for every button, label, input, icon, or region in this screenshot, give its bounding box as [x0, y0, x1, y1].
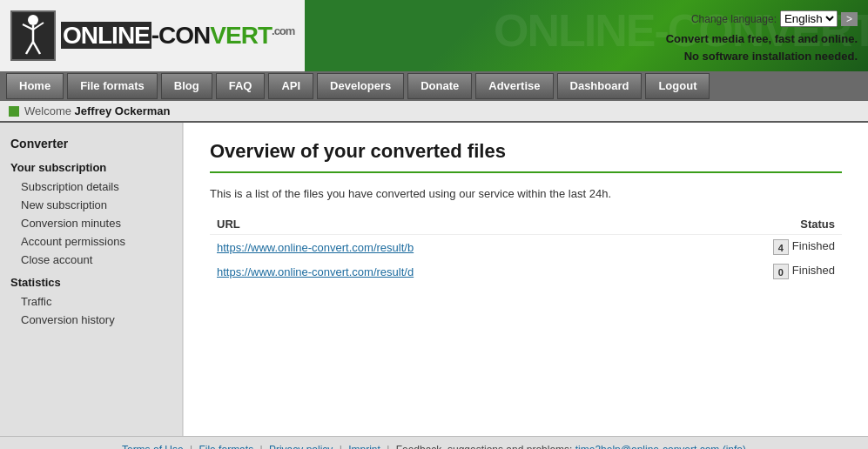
logo-figure-svg	[17, 14, 49, 57]
table-row: https://www.online-convert.com/result/b4…	[210, 235, 842, 260]
brand-com: .com	[272, 24, 294, 37]
footer-terms[interactable]: Terms of Use	[122, 444, 184, 449]
files-tbody: https://www.online-convert.com/result/b4…	[210, 235, 842, 285]
result-url-link[interactable]: https://www.online-convert.com/result/b	[217, 241, 414, 254]
sidebar-item-conversion-history[interactable]: Conversion history	[0, 311, 182, 329]
svg-line-2	[23, 24, 33, 30]
nav-bar: Home File formats Blog FAQ API Developer…	[0, 71, 868, 101]
status-count: 0	[773, 264, 789, 279]
brand-con: CON	[158, 22, 210, 49]
nav-api[interactable]: API	[268, 73, 313, 99]
header-inner: ONLINE-CONVERT.com Change language: Engl…	[0, 0, 868, 71]
brand-name: ONLINE-CONVERT.com	[61, 23, 294, 48]
status-label: Finished	[792, 239, 835, 252]
svg-line-5	[33, 42, 40, 54]
sep1: |	[190, 444, 192, 449]
brand-vert: VERT	[210, 22, 272, 49]
sidebar-item-close-account[interactable]: Close account	[0, 251, 182, 269]
tagline-line2: No software installation needed.	[666, 48, 858, 65]
table-cell-status: 4Finished	[675, 235, 842, 260]
lang-line: Change language: English >	[666, 10, 858, 27]
tagline-line1: Convert media free, fast and online.	[666, 30, 858, 48]
main-panel: Overview of your converted files This is…	[183, 123, 868, 436]
welcome-label: Welcome	[24, 104, 71, 117]
table-row: https://www.online-convert.com/result/d0…	[210, 259, 842, 284]
nav-faq[interactable]: FAQ	[216, 73, 266, 99]
status-label: Finished	[792, 264, 835, 277]
footer: Terms of Use | File formats | Privacy po…	[0, 436, 868, 449]
nav-blog[interactable]: Blog	[161, 73, 212, 99]
description-text: This is a list of the files you have con…	[210, 187, 842, 200]
page-heading: Overview of your converted files	[210, 140, 842, 173]
welcome-badge	[9, 106, 19, 117]
nav-advertise[interactable]: Advertise	[475, 73, 553, 99]
table-cell-url: https://www.online-convert.com/result/b	[210, 235, 675, 260]
table-cell-url: https://www.online-convert.com/result/d	[210, 259, 675, 284]
files-table: URL Status https://www.online-convert.co…	[210, 214, 842, 284]
col-url-header: URL	[210, 214, 675, 235]
full-header: ONLINE-CONVERT.com Change language: Engl…	[0, 0, 868, 123]
nav-file-formats[interactable]: File formats	[67, 73, 158, 99]
header-green-area: Change language: English > Convert media…	[305, 0, 868, 71]
svg-line-4	[26, 42, 33, 54]
logo-icon-box	[10, 10, 56, 61]
logo-section: ONLINE-CONVERT.com	[0, 0, 305, 71]
sep3: |	[340, 444, 342, 449]
sidebar-statistics-title: Statistics	[0, 269, 182, 292]
sidebar-item-new-subscription[interactable]: New subscription	[0, 196, 182, 214]
welcome-name: Jeffrey Ockerman	[75, 104, 171, 117]
language-go-button[interactable]: >	[841, 12, 858, 26]
sidebar: Converter Your subscription Subscription…	[0, 123, 183, 436]
brand-dash: -	[151, 22, 158, 49]
sidebar-item-account-permissions[interactable]: Account permissions	[0, 232, 182, 251]
brand-online: ONLINE	[61, 22, 151, 49]
footer-privacy[interactable]: Privacy policy	[269, 444, 333, 449]
sidebar-item-conversion-minutes[interactable]: Conversion minutes	[0, 214, 182, 232]
footer-info-link[interactable]: (info)	[723, 444, 746, 449]
sidebar-item-subscription-details[interactable]: Subscription details	[0, 178, 182, 196]
footer-feedback-email[interactable]: time2help@online-convert.com	[575, 444, 720, 449]
sep4: |	[387, 444, 389, 449]
nav-dashboard[interactable]: Dashboard	[557, 73, 643, 99]
footer-imprint[interactable]: Imprint	[348, 444, 380, 449]
language-select[interactable]: English	[780, 10, 838, 27]
footer-feedback-label: Feedback, suggestions and problems:	[396, 444, 573, 449]
nav-developers[interactable]: Developers	[317, 73, 404, 99]
footer-file-formats[interactable]: File formats	[198, 444, 253, 449]
nav-logout[interactable]: Logout	[645, 73, 710, 99]
result-url-link[interactable]: https://www.online-convert.com/result/d	[217, 265, 414, 278]
change-language-label: Change language:	[691, 13, 777, 25]
tagline-block: Change language: English > Convert media…	[666, 10, 858, 64]
table-cell-status: 0Finished	[675, 259, 842, 284]
status-count: 4	[773, 239, 789, 255]
sep2: |	[259, 444, 262, 449]
nav-donate[interactable]: Donate	[407, 73, 472, 99]
sidebar-converter-title: Converter	[0, 131, 182, 154]
sidebar-subscription-title: Your subscription	[0, 154, 182, 178]
svg-point-0	[28, 15, 38, 25]
content-wrapper: Converter Your subscription Subscription…	[0, 123, 868, 436]
nav-home[interactable]: Home	[6, 73, 64, 99]
welcome-bar: Welcome Jeffrey Ockerman	[0, 101, 868, 123]
sidebar-item-traffic[interactable]: Traffic	[0, 292, 182, 311]
col-status-header: Status	[675, 214, 842, 235]
